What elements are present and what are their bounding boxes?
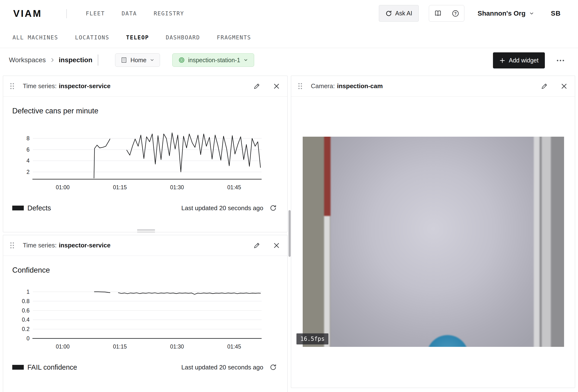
docs-button[interactable] xyxy=(429,5,447,21)
last-updated: Last updated 20 seconds ago xyxy=(181,204,277,212)
ask-ai-button[interactable]: Ask AI xyxy=(379,5,419,22)
svg-text:8: 8 xyxy=(26,135,30,142)
machine-selector-pill[interactable]: inspection-station-1 xyxy=(172,53,254,67)
svg-text:?: ? xyxy=(454,11,457,15)
chevron-down-icon xyxy=(243,58,248,62)
close-icon[interactable] xyxy=(273,242,280,249)
camera-widget: Camera: inspection-cam 16.5fps xyxy=(291,76,575,388)
svg-text:0.4: 0.4 xyxy=(22,317,30,323)
close-icon[interactable] xyxy=(560,83,568,90)
camera-image xyxy=(303,137,564,347)
svg-text:01:45: 01:45 xyxy=(227,343,241,350)
confidence-timeseries-chart: 00.20.40.60.8101:0001:1501:3001:45 xyxy=(3,283,287,352)
widget-title: Camera: inspection-cam xyxy=(311,82,383,90)
widget-header: Camera: inspection-cam xyxy=(291,76,575,97)
building-icon xyxy=(121,57,127,63)
svg-text:01:30: 01:30 xyxy=(170,184,184,191)
logo-divider xyxy=(66,9,67,18)
toolbar-overflow-menu[interactable] xyxy=(557,59,568,62)
chevron-right-icon xyxy=(50,57,55,63)
breadcrumb-workspaces[interactable]: Workspaces xyxy=(9,56,46,64)
top-bar: VIAM FLEET DATA REGISTRY Ask AI ? Shanno… xyxy=(0,0,578,27)
widget-header: Time series: inspector-service xyxy=(3,76,287,97)
chevron-down-icon xyxy=(150,58,154,62)
legend-label: Defects xyxy=(27,204,51,212)
close-icon[interactable] xyxy=(273,83,280,90)
svg-text:6: 6 xyxy=(26,147,30,153)
plus-icon xyxy=(499,57,505,64)
fleet-subnav: ALL MACHINES LOCATIONS TELEOP DASHBOARD … xyxy=(0,27,578,48)
add-widget-button[interactable]: Add widget xyxy=(493,52,545,68)
scrollbar-thumb[interactable] xyxy=(289,210,291,257)
workspace-name-field[interactable]: inspection xyxy=(59,56,93,64)
subnav-locations[interactable]: LOCATIONS xyxy=(75,34,109,41)
fps-badge: 16.5fps xyxy=(296,333,328,344)
legend-label: FAIL confidence xyxy=(27,363,77,371)
subnav-teleop[interactable]: TELEOP xyxy=(126,34,149,41)
widget-footer: FAIL confidence Last updated 20 seconds … xyxy=(12,362,277,373)
chart-legend: Defects xyxy=(12,204,51,212)
question-circle-icon: ? xyxy=(452,10,459,17)
defects-timeseries-chart: 246801:0001:1501:3001:45 xyxy=(3,124,287,193)
refresh-icon[interactable] xyxy=(270,204,277,212)
svg-text:4: 4 xyxy=(26,157,30,164)
widget-actions xyxy=(253,242,280,249)
widget-actions xyxy=(541,83,568,90)
workspace-toolbar: Workspaces inspection Home inspection-st… xyxy=(0,48,578,76)
viam-logo[interactable]: VIAM xyxy=(13,8,42,19)
svg-text:01:00: 01:00 xyxy=(56,343,70,350)
svg-text:01:00: 01:00 xyxy=(56,184,70,191)
primary-nav: FLEET DATA REGISTRY xyxy=(86,0,184,27)
svg-text:0.2: 0.2 xyxy=(22,326,30,332)
widget-resize-handle[interactable] xyxy=(137,230,155,233)
subnav-fragments[interactable]: FRAGMENTS xyxy=(217,34,251,41)
chart-title: Confidence xyxy=(12,266,50,275)
help-button-group: ? xyxy=(429,5,464,22)
widget-title: Time series: inspector-service xyxy=(23,82,110,90)
widget-actions xyxy=(253,83,280,90)
target-icon xyxy=(178,57,185,63)
chart-title: Defective cans per minute xyxy=(12,107,98,115)
drag-handle-icon[interactable] xyxy=(9,242,15,249)
last-updated-text: Last updated 20 seconds ago xyxy=(181,364,263,371)
nav-item-data[interactable]: DATA xyxy=(122,10,137,17)
svg-text:01:15: 01:15 xyxy=(113,343,127,350)
subnav-dashboard[interactable]: DASHBOARD xyxy=(166,34,200,41)
edit-pencil-icon[interactable] xyxy=(253,242,260,249)
svg-text:0.8: 0.8 xyxy=(22,298,30,304)
edit-pencil-icon[interactable] xyxy=(253,83,260,90)
org-switcher[interactable]: Shannon's Org xyxy=(478,0,534,27)
help-button[interactable]: ? xyxy=(447,5,464,21)
widget-service-name: inspector-service xyxy=(59,82,110,90)
machine-name-label: inspection-station-1 xyxy=(188,57,240,64)
legend-swatch xyxy=(12,365,24,370)
book-icon xyxy=(434,10,442,17)
ellipsis-icon xyxy=(557,60,558,61)
org-name: Shannon's Org xyxy=(478,10,526,17)
subnav-all-machines[interactable]: ALL MACHINES xyxy=(12,34,58,41)
nav-item-fleet[interactable]: FLEET xyxy=(86,10,105,17)
drag-handle-icon[interactable] xyxy=(297,83,303,90)
chart-legend: FAIL confidence xyxy=(12,363,77,371)
svg-text:0: 0 xyxy=(26,335,30,342)
ask-ai-label: Ask AI xyxy=(395,10,412,17)
refresh-icon[interactable] xyxy=(270,364,277,371)
workspace-name-divider xyxy=(98,54,98,66)
timeseries-widget-defects: Time series: inspector-service Defective… xyxy=(3,76,288,232)
last-updated: Last updated 20 seconds ago xyxy=(181,364,277,371)
widget-header: Time series: inspector-service xyxy=(3,235,287,256)
widget-type-label: Time series: xyxy=(23,82,57,90)
last-updated-text: Last updated 20 seconds ago xyxy=(181,204,263,212)
edit-pencil-icon[interactable] xyxy=(541,83,548,90)
user-avatar[interactable]: SB xyxy=(551,0,561,27)
ai-refresh-icon xyxy=(385,10,392,17)
location-label: Home xyxy=(130,57,146,64)
drag-handle-icon[interactable] xyxy=(9,83,15,90)
widget-title: Time series: inspector-service xyxy=(23,242,110,249)
nav-item-registry[interactable]: REGISTRY xyxy=(154,10,184,17)
svg-text:01:15: 01:15 xyxy=(113,184,127,191)
legend-swatch xyxy=(12,206,24,210)
location-dropdown[interactable]: Home xyxy=(115,53,160,67)
widget-type-label: Camera: xyxy=(311,82,335,90)
add-widget-label: Add widget xyxy=(509,57,539,64)
